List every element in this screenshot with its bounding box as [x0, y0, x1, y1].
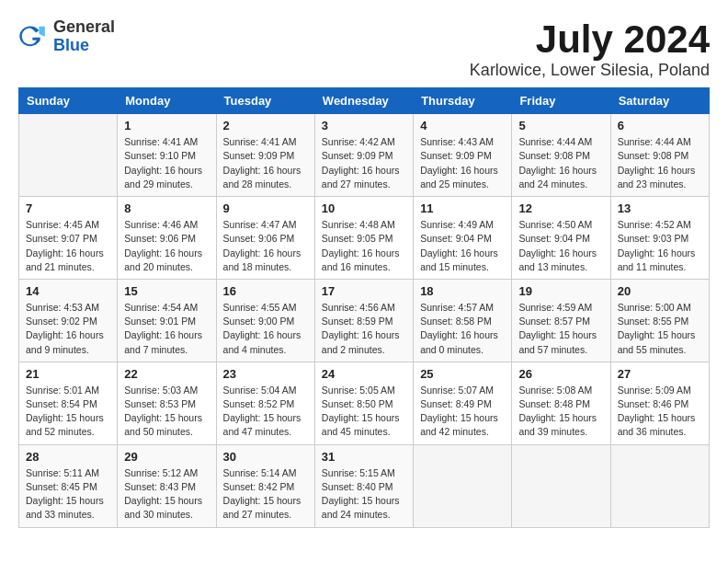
day-info: Sunrise: 4:55 AMSunset: 9:00 PMDaylight:…	[223, 301, 308, 357]
day-number: 14	[26, 284, 110, 298]
day-info: Sunrise: 5:14 AMSunset: 8:42 PMDaylight:…	[223, 466, 308, 523]
day-info: Sunrise: 4:42 AMSunset: 9:09 PMDaylight:…	[322, 135, 406, 191]
calendar-week-row: 7Sunrise: 4:45 AMSunset: 9:07 PMDaylight…	[19, 197, 710, 280]
logo: General Blue	[18, 18, 115, 55]
day-number: 15	[124, 284, 209, 298]
title-section: July 2024 Karlowice, Lower Silesia, Pola…	[470, 18, 710, 80]
location-subtitle: Karlowice, Lower Silesia, Poland	[470, 61, 710, 80]
calendar-cell: 25Sunrise: 5:07 AMSunset: 8:49 PMDayligh…	[414, 362, 512, 444]
day-number: 20	[618, 284, 702, 298]
calendar-cell	[512, 444, 610, 527]
day-of-week-header: Friday	[512, 88, 610, 114]
calendar-cell: 27Sunrise: 5:09 AMSunset: 8:46 PMDayligh…	[610, 362, 709, 444]
day-info: Sunrise: 4:45 AMSunset: 9:07 PMDaylight:…	[26, 218, 110, 274]
calendar-cell: 15Sunrise: 4:54 AMSunset: 9:01 PMDayligh…	[118, 279, 216, 362]
svg-marker-0	[39, 27, 44, 37]
day-of-week-header: Tuesday	[216, 88, 314, 114]
day-number: 19	[518, 284, 603, 298]
day-number: 16	[223, 284, 308, 298]
day-info: Sunrise: 4:53 AMSunset: 9:02 PMDaylight:…	[26, 301, 110, 357]
day-info: Sunrise: 4:56 AMSunset: 8:59 PMDaylight:…	[322, 301, 406, 357]
day-info: Sunrise: 5:09 AMSunset: 8:46 PMDaylight:…	[618, 384, 702, 440]
calendar-cell: 12Sunrise: 4:50 AMSunset: 9:04 PMDayligh…	[512, 197, 610, 280]
day-number: 4	[420, 119, 505, 132]
day-info: Sunrise: 4:50 AMSunset: 9:04 PMDaylight:…	[518, 218, 603, 274]
day-number: 8	[124, 201, 209, 215]
day-info: Sunrise: 4:47 AMSunset: 9:06 PMDaylight:…	[223, 218, 308, 274]
calendar-cell	[610, 444, 709, 527]
calendar-cell: 4Sunrise: 4:43 AMSunset: 9:09 PMDaylight…	[414, 114, 512, 197]
day-number: 28	[26, 450, 110, 464]
day-info: Sunrise: 5:15 AMSunset: 8:40 PMDaylight:…	[322, 466, 406, 523]
calendar-cell: 13Sunrise: 4:52 AMSunset: 9:03 PMDayligh…	[610, 197, 709, 280]
calendar-table: SundayMondayTuesdayWednesdayThursdayFrid…	[18, 87, 710, 527]
day-number: 24	[322, 367, 406, 381]
day-number: 25	[420, 367, 505, 381]
day-info: Sunrise: 4:41 AMSunset: 9:09 PMDaylight:…	[223, 135, 308, 191]
calendar-cell: 21Sunrise: 5:01 AMSunset: 8:54 PMDayligh…	[19, 362, 118, 444]
calendar-cell: 30Sunrise: 5:14 AMSunset: 8:42 PMDayligh…	[216, 444, 314, 527]
calendar-cell: 24Sunrise: 5:05 AMSunset: 8:50 PMDayligh…	[314, 362, 413, 444]
day-of-week-header: Wednesday	[314, 88, 413, 114]
calendar-cell: 11Sunrise: 4:49 AMSunset: 9:04 PMDayligh…	[414, 197, 512, 280]
calendar-week-row: 28Sunrise: 5:11 AMSunset: 8:45 PMDayligh…	[19, 444, 710, 527]
calendar-week-row: 14Sunrise: 4:53 AMSunset: 9:02 PMDayligh…	[19, 279, 710, 362]
day-number: 11	[420, 201, 505, 215]
calendar-cell: 20Sunrise: 5:00 AMSunset: 8:55 PMDayligh…	[610, 279, 709, 362]
day-of-week-header: Thursday	[414, 88, 512, 114]
calendar-cell: 7Sunrise: 4:45 AMSunset: 9:07 PMDaylight…	[19, 197, 118, 280]
day-info: Sunrise: 4:54 AMSunset: 9:01 PMDaylight:…	[124, 301, 209, 357]
calendar-cell: 26Sunrise: 5:08 AMSunset: 8:48 PMDayligh…	[512, 362, 610, 444]
calendar-cell	[414, 444, 512, 527]
day-info: Sunrise: 5:01 AMSunset: 8:54 PMDaylight:…	[26, 384, 110, 440]
day-info: Sunrise: 4:57 AMSunset: 8:58 PMDaylight:…	[420, 301, 505, 357]
calendar-cell: 6Sunrise: 4:44 AMSunset: 9:08 PMDaylight…	[610, 114, 709, 197]
page-header: General Blue July 2024 Karlowice, Lower …	[18, 18, 710, 80]
calendar-cell	[19, 114, 118, 197]
day-number: 3	[322, 119, 406, 132]
calendar-cell: 16Sunrise: 4:55 AMSunset: 9:00 PMDayligh…	[216, 279, 314, 362]
day-info: Sunrise: 5:05 AMSunset: 8:50 PMDaylight:…	[322, 384, 406, 440]
calendar-cell: 5Sunrise: 4:44 AMSunset: 9:08 PMDaylight…	[512, 114, 610, 197]
calendar-cell: 31Sunrise: 5:15 AMSunset: 8:40 PMDayligh…	[314, 444, 413, 527]
day-number: 31	[322, 450, 406, 464]
day-number: 5	[518, 119, 603, 132]
day-number: 12	[518, 201, 603, 215]
day-number: 7	[26, 201, 110, 215]
day-info: Sunrise: 5:12 AMSunset: 8:43 PMDaylight:…	[124, 466, 209, 523]
calendar-cell: 17Sunrise: 4:56 AMSunset: 8:59 PMDayligh…	[314, 279, 413, 362]
calendar-cell: 29Sunrise: 5:12 AMSunset: 8:43 PMDayligh…	[118, 444, 216, 527]
logo-text: General Blue	[53, 18, 115, 55]
month-title: July 2024	[470, 18, 710, 61]
day-number: 17	[322, 284, 406, 298]
day-number: 21	[26, 367, 110, 381]
day-info: Sunrise: 5:03 AMSunset: 8:53 PMDaylight:…	[124, 384, 209, 440]
calendar-cell: 1Sunrise: 4:41 AMSunset: 9:10 PMDaylight…	[118, 114, 216, 197]
day-info: Sunrise: 4:41 AMSunset: 9:10 PMDaylight:…	[124, 135, 209, 191]
calendar-cell: 28Sunrise: 5:11 AMSunset: 8:45 PMDayligh…	[19, 444, 118, 527]
day-number: 2	[223, 119, 308, 132]
day-of-week-header: Monday	[118, 88, 216, 114]
calendar-cell: 14Sunrise: 4:53 AMSunset: 9:02 PMDayligh…	[19, 279, 118, 362]
day-number: 18	[420, 284, 505, 298]
day-info: Sunrise: 4:43 AMSunset: 9:09 PMDaylight:…	[420, 135, 505, 191]
day-info: Sunrise: 5:04 AMSunset: 8:52 PMDaylight:…	[223, 384, 308, 440]
calendar-header-row: SundayMondayTuesdayWednesdayThursdayFrid…	[19, 88, 710, 114]
calendar-week-row: 21Sunrise: 5:01 AMSunset: 8:54 PMDayligh…	[19, 362, 710, 444]
logo-general: General	[53, 17, 115, 36]
day-number: 30	[223, 450, 308, 464]
day-number: 22	[124, 367, 209, 381]
calendar-cell: 3Sunrise: 4:42 AMSunset: 9:09 PMDaylight…	[314, 114, 413, 197]
general-blue-icon	[18, 22, 48, 52]
day-number: 10	[322, 201, 406, 215]
calendar-cell: 22Sunrise: 5:03 AMSunset: 8:53 PMDayligh…	[118, 362, 216, 444]
calendar-cell: 10Sunrise: 4:48 AMSunset: 9:05 PMDayligh…	[314, 197, 413, 280]
day-number: 26	[518, 367, 603, 381]
logo-blue: Blue	[53, 36, 89, 54]
day-number: 9	[223, 201, 308, 215]
day-info: Sunrise: 4:49 AMSunset: 9:04 PMDaylight:…	[420, 218, 505, 274]
day-info: Sunrise: 4:52 AMSunset: 9:03 PMDaylight:…	[618, 218, 702, 274]
calendar-cell: 2Sunrise: 4:41 AMSunset: 9:09 PMDaylight…	[216, 114, 314, 197]
calendar-cell: 23Sunrise: 5:04 AMSunset: 8:52 PMDayligh…	[216, 362, 314, 444]
calendar-cell: 9Sunrise: 4:47 AMSunset: 9:06 PMDaylight…	[216, 197, 314, 280]
